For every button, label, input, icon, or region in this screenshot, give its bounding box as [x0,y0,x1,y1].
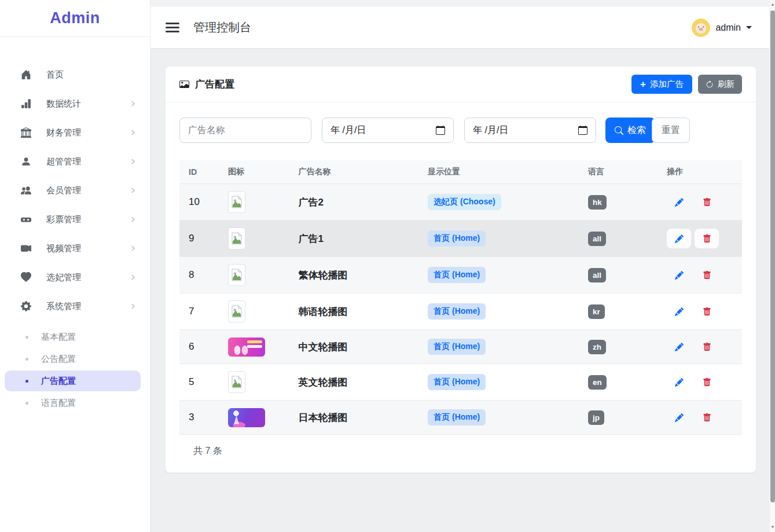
add-ad-button[interactable]: + 添加广告 [631,75,692,94]
broken-image-icon [228,191,245,213]
column-header-language: 语言 [579,160,658,184]
ad-id: 7 [189,306,194,317]
sidebar-item-finance[interactable]: 财务管理 [0,118,150,147]
chevron-right-icon [129,244,137,252]
chevron-right-icon [129,273,137,281]
bank-icon [21,127,31,138]
column-header-name: 广告名称 [289,160,419,184]
user-name: admin [715,23,741,33]
card-header-actions: + 添加广告 刷新 [631,75,742,94]
pencil-icon [675,378,684,387]
ad-name-input[interactable] [179,118,311,143]
column-header-id: ID [179,160,219,184]
sidebar-subitem-label: 语言配置 [41,398,76,409]
position-badge: 首页 (Home) [428,374,486,390]
card-title-text: 广告配置 [195,78,234,91]
language-badge: all [588,268,606,282]
person-icon [21,156,31,167]
delete-button[interactable] [695,302,719,321]
user-dropdown[interactable]: admin [692,19,760,37]
sidebar-subitem-ad-config[interactable]: 广告配置 [5,370,141,391]
edit-button[interactable] [667,337,691,357]
pencil-icon [675,307,684,316]
edit-button[interactable] [667,302,691,321]
language-badge: all [588,232,606,246]
delete-button[interactable] [695,265,719,285]
caret-down-icon [746,26,752,29]
row-actions [667,302,733,321]
scroll-down-arrow-icon[interactable]: ▼ [770,525,775,530]
date-placeholder: 年 /月/日 [330,124,366,137]
total-count: 共 7 条 [179,435,742,472]
sidebar-item-statistics[interactable]: 数据统计 [0,89,150,118]
sidebar-item-label: 财务管理 [46,127,129,138]
sidebar-subitem-label: 基本配置 [41,332,76,343]
sidebar-subitem-language-config[interactable]: 语言配置 [5,392,141,413]
ad-thumbnail-pink-banner [228,337,265,357]
sidebar-menu: 首页 数据统计 财务管理 超管管理 会员管理 彩票管理 [0,37,150,413]
ad-name: 日本轮播图 [299,412,348,423]
edit-button[interactable] [667,192,691,212]
table-row: 7 韩语轮播图 首页 (Home) kr [179,293,742,330]
trash-icon [703,307,711,316]
sidebar-item-lottery[interactable]: 彩票管理 [0,205,150,234]
broken-image-icon [228,228,245,250]
sidebar-item-concubine[interactable]: 选妃管理 [0,263,150,292]
table-row: 9 广告1 首页 (Home) all [179,221,742,257]
broken-image-icon [228,264,245,286]
trash-icon [703,378,711,387]
language-badge: jp [588,410,604,425]
delete-button[interactable] [695,408,719,427]
date-placeholder: 年 /月/日 [473,124,508,137]
sidebar-subitem-label: 广告配置 [41,376,76,387]
sidebar-item-system[interactable]: 系统管理 [0,292,150,321]
position-badge: 选妃页 (Choose) [428,194,501,210]
column-header-position: 显示位置 [418,160,579,184]
calendar-icon [578,126,587,135]
pencil-icon [675,413,684,422]
table-row: 10 广告2 选妃页 (Choose) hk [179,184,742,221]
delete-button[interactable] [695,229,719,248]
sidebar-item-superadmin[interactable]: 超管管理 [0,147,150,176]
sidebar-item-home[interactable]: 首页 [0,60,150,89]
sidebar-item-label: 视频管理 [46,243,129,254]
language-badge: en [588,375,607,390]
language-badge: hk [588,195,607,210]
broken-image-icon [228,300,245,322]
scrollbar-thumb[interactable] [770,10,775,502]
scroll-up-arrow-icon[interactable]: ▲ [770,2,775,7]
language-badge: kr [588,304,605,319]
pencil-icon [675,271,684,280]
sidebar-subitem-basic-config[interactable]: 基本配置 [5,326,141,347]
search-button[interactable]: 检索 [605,118,655,143]
broken-image-icon [228,371,245,393]
delete-button[interactable] [695,337,719,357]
refresh-button[interactable]: 刷新 [698,75,742,94]
sidebar-subitem-announcement-config[interactable]: 公告配置 [5,348,141,369]
delete-button[interactable] [695,192,719,212]
chevron-right-icon [129,302,137,310]
ad-thumbnail-purple-banner [228,408,265,427]
table-row: 6 中文轮播图 首页 (Home) zh [179,330,742,364]
filter-bar: 年 /月/日 年 /月/日 检索 重置 [179,118,742,143]
hamburger-menu-icon[interactable] [166,23,179,32]
calendar-icon [436,126,445,135]
delete-button[interactable] [695,372,719,392]
edit-button[interactable] [667,408,691,427]
edit-button[interactable] [667,229,691,248]
sidebar-item-label: 选妃管理 [46,272,129,283]
end-date-input[interactable]: 年 /月/日 [464,118,596,143]
reset-button[interactable]: 重置 [652,118,690,143]
sidebar-item-video[interactable]: 视频管理 [0,234,150,263]
row-actions [667,192,733,212]
system-submenu: 基本配置 公告配置 广告配置 语言配置 [0,321,150,413]
trash-icon [703,234,711,243]
vertical-scrollbar[interactable]: ▲ ▼ [769,0,775,532]
start-date-input[interactable]: 年 /月/日 [322,118,454,143]
edit-button[interactable] [667,372,691,392]
main-column: 管理控制台 admin 广告配置 [150,0,775,532]
edit-button[interactable] [667,265,691,285]
chevron-right-icon [129,186,137,195]
position-badge: 首页 (Home) [428,267,486,283]
sidebar-item-members[interactable]: 会员管理 [0,176,150,205]
